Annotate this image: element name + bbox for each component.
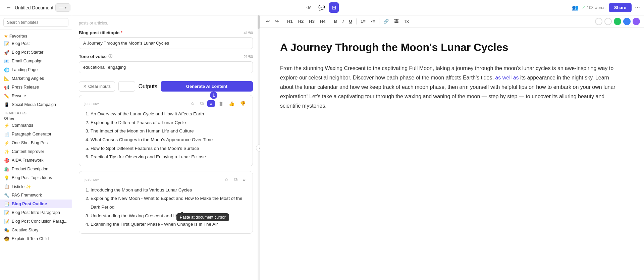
result-1-list: An Overview of the Lunar Cycle and How I… <box>85 110 247 161</box>
sidebar-item-one-shot-blog-post[interactable]: ⚡One-Shot Blog Post <box>0 138 72 147</box>
sidebar-item-blog-post-topic-ideas[interactable]: 💡Blog Post Topic Ideas <box>0 173 72 182</box>
sidebar-item-blog-post-conclusion-parag-[interactable]: 📝Blog Post Conclusion Parag... <box>0 217 72 226</box>
sidebar-icon: ⚡ <box>4 140 9 146</box>
h3-button[interactable]: H3 <box>307 17 317 25</box>
middle-panel: posts or articles. Blog post title/topic… <box>72 15 260 280</box>
blog-title-input[interactable]: A Journey Through the Moon's Lunar Cycle… <box>79 37 253 49</box>
back-button[interactable]: ← <box>4 3 13 12</box>
sidebar-item-label: Blog Post Intro Paragraph <box>12 210 60 215</box>
topbar: ← Untitled Document — ▾ 👁 💬 ⊞ 👥 ✓ 108 wo… <box>0 0 644 15</box>
more-options-button[interactable]: ··· <box>635 4 640 11</box>
outputs-stepper[interactable]: 2 <box>118 81 135 92</box>
info-icon[interactable]: ⓘ <box>108 54 112 59</box>
sidebar-item-label: Blog Post <box>12 41 30 46</box>
tone-input[interactable]: educational, engaging <box>79 61 253 73</box>
underline-button[interactable]: U <box>347 17 354 25</box>
unordered-list-button[interactable]: •≡ <box>369 17 377 25</box>
sidebar-item-rewrite[interactable]: ✏️Rewrite <box>0 92 72 100</box>
avatar-blue <box>623 18 631 25</box>
sidebar-item-label: AIDA Framework <box>12 158 43 163</box>
doc-dropdown[interactable]: — ▾ <box>55 3 70 12</box>
word-count: ✓ 108 words <box>582 5 605 10</box>
check-icon: ✓ <box>582 5 585 10</box>
sidebar-item-email-campaign[interactable]: 📧Email Campaign <box>0 57 72 65</box>
sidebar-item-label: Paragraph Generator <box>12 132 51 136</box>
image-button[interactable]: 🖼 <box>392 17 400 25</box>
sidebar-item-listicle-[interactable]: 📋Listicle ✨ <box>0 182 72 191</box>
sidebar-item-landing-page[interactable]: 🌐Landing Page <box>0 65 72 74</box>
sidebar-item-product-description[interactable]: 🛍️Product Description <box>0 165 72 173</box>
middle-scroll-area: posts or articles. Blog post title/topic… <box>72 15 260 280</box>
badge-1: 1 <box>210 92 218 99</box>
sidebar-item-explain-it-to-a-child[interactable]: 🧒Explain It To a Child <box>0 234 72 243</box>
undo-button[interactable]: ↩ <box>264 17 272 25</box>
link-button[interactable]: 🔗 <box>381 17 391 25</box>
sidebar-item-paragraph-generator[interactable]: 📄Paragraph Generator <box>0 130 72 138</box>
list-item: Exploring the New Moon - What to Expect … <box>91 194 247 211</box>
sidebar-item-label: Product Description <box>12 167 48 171</box>
search-input[interactable] <box>3 18 68 27</box>
result-card-2-header: just now ☆ ⧉ » <box>85 176 247 183</box>
italic-button[interactable]: I <box>340 17 346 25</box>
sidebar-item-commands[interactable]: ⚡Commands <box>0 121 72 130</box>
sidebar-item-marketing-angles[interactable]: 📐Marketing Angles <box>0 74 72 83</box>
clear-button[interactable]: ✕ Clear inputs <box>79 81 115 92</box>
other-section-label: Other <box>0 116 72 121</box>
sidebar-item-creative-story[interactable]: 🎭Creative Story <box>0 226 72 234</box>
sidebar-item-pas-framework[interactable]: 🔧PAS Framework <box>0 191 72 200</box>
list-item: How to Spot Different Features on the Mo… <box>91 144 247 153</box>
sidebar-item-label: Blog Post Outline <box>12 202 47 206</box>
sidebar-item-aida-framework[interactable]: 🎯AIDA Framework <box>0 156 72 165</box>
sidebar-item-blog-post[interactable]: 📝Blog Post <box>0 39 72 48</box>
sidebar-item-content-improver[interactable]: ✨Content Improver <box>0 147 72 156</box>
paste-tooltip: Paste at document cursor <box>176 213 229 221</box>
redo-button[interactable]: ↪ <box>273 17 281 25</box>
sidebar-icon: ⚡ <box>4 123 9 128</box>
generate-button[interactable]: Generate AI content <box>161 81 253 92</box>
result-2-star-button[interactable]: ☆ <box>223 176 230 183</box>
sidebar-icon: 📝 <box>4 41 9 46</box>
sidebar-icon: 📧 <box>4 58 9 64</box>
editor-content[interactable]: A Journey Through the Moon's Lunar Cycle… <box>260 27 644 280</box>
sidebar-icon: 📋 <box>4 184 9 189</box>
sidebar-item-press-release[interactable]: 📢Press Release <box>0 83 72 92</box>
sidebar-icon: 📱 <box>4 102 9 107</box>
collaborate-icon: 👥 <box>572 4 579 11</box>
toolbar-circle-1[interactable] <box>595 18 602 25</box>
sidebar-other-items: ⚡Commands📄Paragraph Generator⚡One-Shot B… <box>0 121 72 243</box>
result-1-star-button[interactable]: ☆ <box>189 100 197 107</box>
preview-view-button[interactable]: 👁 <box>304 2 314 13</box>
eye-icon: 👁 <box>306 5 312 10</box>
scroll-thumb[interactable] <box>258 15 260 29</box>
sidebar-icon: 📑 <box>4 201 9 207</box>
title-field-label: Blog post title/topic * 41/80 <box>79 30 253 35</box>
sidebar-item-social-media-campaign[interactable]: 📱Social Media Campaign <box>0 100 72 109</box>
toolbar-sep-2 <box>330 18 330 24</box>
edit-view-button[interactable]: ⊞ <box>329 2 339 13</box>
result-1-paste-button[interactable]: » <box>207 100 215 107</box>
share-button[interactable]: Share <box>609 3 632 12</box>
h1-button[interactable]: H1 <box>285 17 295 25</box>
comment-view-button[interactable]: 💬 <box>316 2 328 13</box>
result-2-paste-button[interactable]: » <box>241 176 247 183</box>
sidebar-item-blog-post-intro-paragraph[interactable]: 📝Blog Post Intro Paragraph <box>0 208 72 217</box>
result-1-thumbup-button[interactable]: 👍 <box>227 100 236 107</box>
result-1-thumbdown-button[interactable]: 👎 <box>238 100 247 107</box>
result-1-copy-button[interactable]: ⧉ <box>199 100 205 107</box>
h4-button[interactable]: H4 <box>318 17 328 25</box>
sidebar-item-blog-post-starter[interactable]: 🚀Blog Post Starter <box>0 48 72 57</box>
topbar-left: ← Untitled Document — ▾ <box>4 3 70 12</box>
ordered-list-button[interactable]: 1≡ <box>359 17 368 25</box>
result-1-delete-button[interactable]: 🗑 <box>217 100 225 107</box>
h2-button[interactable]: H2 <box>296 17 306 25</box>
sidebar-item-label: Content Improver <box>12 149 44 154</box>
bold-button[interactable]: B <box>332 17 339 25</box>
sidebar-item-blog-post-outline[interactable]: 📑Blog Post Outline <box>0 200 72 208</box>
controls-row: ✕ Clear inputs 2 Outputs Generate AI con… <box>79 78 253 95</box>
sidebar-icon: 📝 <box>4 210 9 215</box>
result-2-copy-button[interactable]: ⧉ <box>232 176 239 183</box>
format-button[interactable]: Tx <box>402 17 411 25</box>
sidebar-item-label: Explain It To a Child <box>12 236 49 241</box>
sidebar-item-label: Press Release <box>12 85 39 90</box>
toolbar-circle-2[interactable] <box>604 18 612 25</box>
